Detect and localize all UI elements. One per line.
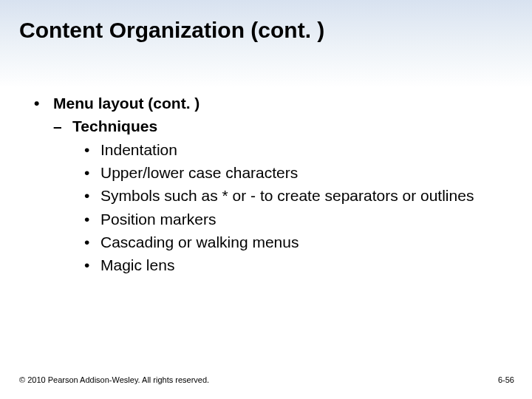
level1-item: • Menu layout (cont. )	[34, 93, 502, 114]
level3-text: Cascading or walking menus	[100, 232, 502, 253]
level2-item: – Techniques	[53, 116, 502, 137]
bullet-dot-icon: •	[34, 93, 53, 114]
level3-item: • Symbols such as * or - to create separ…	[84, 185, 502, 206]
bullet-dot-icon: •	[84, 163, 100, 183]
level3-item: • Indentation	[84, 140, 502, 160]
bullet-dot-icon: •	[84, 140, 100, 160]
level3-item: • Upper/lower case characters	[84, 163, 502, 183]
level1-text: Menu layout (cont. )	[53, 93, 200, 114]
slide-title: Content Organization (cont. )	[0, 0, 532, 43]
slide-content: • Menu layout (cont. ) – Techniques • In…	[0, 43, 532, 276]
level3-text: Position markers	[100, 209, 502, 230]
level3-text: Upper/lower case characters	[100, 163, 502, 183]
level3-text: Indentation	[100, 140, 502, 160]
bullet-dot-icon: •	[84, 232, 100, 253]
level3-item: • Position markers	[84, 209, 502, 230]
level2-text: Techniques	[72, 116, 157, 137]
bullet-dot-icon: •	[84, 185, 100, 206]
page-number: 6-56	[498, 375, 514, 384]
bullet-dot-icon: •	[84, 255, 100, 276]
level3-text: Magic lens	[100, 255, 502, 276]
bullet-dash-icon: –	[53, 116, 72, 137]
copyright-text: © 2010 Pearson Addison-Wesley. All right…	[19, 375, 209, 384]
level3-item: • Cascading or walking menus	[84, 232, 502, 253]
bullet-dot-icon: •	[84, 209, 100, 230]
level3-item: • Magic lens	[84, 255, 502, 276]
level3-text: Symbols such as * or - to create separat…	[100, 185, 502, 206]
